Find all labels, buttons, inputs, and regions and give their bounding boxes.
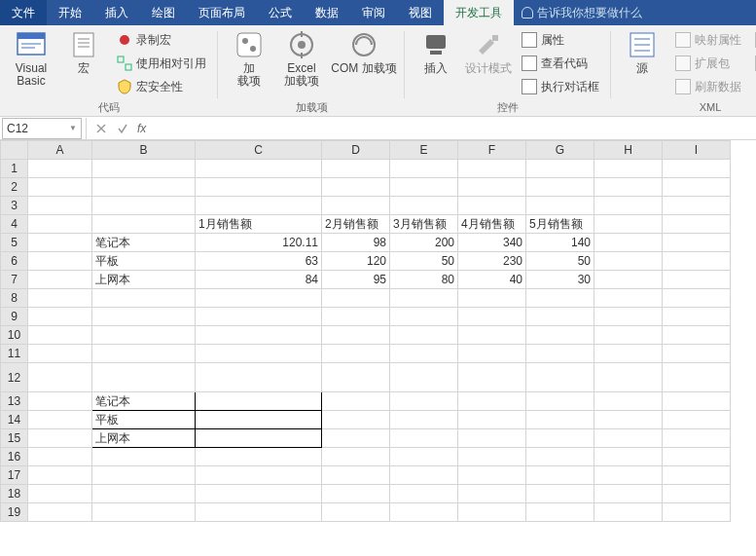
cell-D11[interactable] — [322, 345, 390, 363]
cell-D10[interactable] — [322, 326, 390, 345]
cell-B19[interactable] — [92, 503, 196, 522]
row-header-16[interactable]: 16 — [1, 448, 28, 466]
cell-E10[interactable] — [390, 326, 458, 345]
cancel-formula-button[interactable] — [90, 118, 112, 139]
cell-E6[interactable]: 50 — [390, 252, 458, 271]
cell-H14[interactable] — [594, 411, 663, 429]
row-header-12[interactable]: 12 — [1, 363, 28, 392]
cell-D19[interactable] — [322, 503, 390, 522]
cell-G1[interactable] — [526, 160, 594, 178]
cell-C16[interactable] — [196, 448, 322, 466]
row-header-3[interactable]: 3 — [1, 197, 28, 215]
cell-B8[interactable] — [92, 289, 196, 308]
cell-C7[interactable]: 84 — [196, 271, 322, 289]
cell-I7[interactable] — [663, 271, 731, 289]
cell-I2[interactable] — [663, 178, 731, 197]
tab-开发工具[interactable]: 开发工具 — [444, 0, 514, 25]
macro-security-button[interactable]: 宏安全性 — [113, 76, 210, 97]
cell-C9[interactable] — [196, 308, 322, 326]
cell-D18[interactable] — [322, 485, 390, 503]
tell-me[interactable]: 告诉我你想要做什么 — [514, 0, 650, 25]
cell-B4[interactable] — [92, 215, 196, 234]
cell-G4[interactable]: 5月销售额 — [526, 215, 594, 234]
col-header-A[interactable]: A — [28, 141, 92, 160]
excel-addins-button[interactable]: Excel 加载项 — [278, 29, 325, 88]
cell-D8[interactable] — [322, 289, 390, 308]
cell-B14[interactable]: 平板 — [92, 411, 196, 429]
cell-B5[interactable]: 笔记本 — [92, 234, 196, 252]
cell-C4[interactable]: 1月销售额 — [196, 215, 322, 234]
run-dialog-button[interactable]: 执行对话框 — [518, 76, 603, 97]
row-header-4[interactable]: 4 — [1, 215, 28, 234]
cell-C11[interactable] — [196, 345, 322, 363]
cell-C8[interactable] — [196, 289, 322, 308]
cell-G10[interactable] — [526, 326, 594, 345]
tab-file[interactable]: 文件 — [0, 0, 47, 25]
cell-H2[interactable] — [594, 178, 663, 197]
cell-F3[interactable] — [458, 197, 526, 215]
cell-A9[interactable] — [28, 308, 92, 326]
cell-B17[interactable] — [92, 466, 196, 485]
col-header-F[interactable]: F — [458, 141, 526, 160]
cell-C17[interactable] — [196, 466, 322, 485]
cell-I6[interactable] — [663, 252, 731, 271]
cell-A3[interactable] — [28, 197, 92, 215]
cell-B10[interactable] — [92, 326, 196, 345]
cell-E14[interactable] — [390, 411, 458, 429]
cell-C2[interactable] — [196, 178, 322, 197]
macros-button[interactable]: 宏 — [60, 29, 107, 75]
cell-C5[interactable]: 120.11 — [196, 234, 322, 252]
cell-E5[interactable]: 200 — [390, 234, 458, 252]
cell-G18[interactable] — [526, 485, 594, 503]
cell-I3[interactable] — [663, 197, 731, 215]
insert-control-button[interactable]: 插入 — [413, 29, 459, 75]
col-header-I[interactable]: I — [663, 141, 731, 160]
col-header-H[interactable]: H — [594, 141, 663, 160]
cell-D5[interactable]: 98 — [322, 234, 390, 252]
cell-G8[interactable] — [526, 289, 594, 308]
cell-A8[interactable] — [28, 289, 92, 308]
cell-H17[interactable] — [594, 466, 663, 485]
cell-C6[interactable]: 63 — [196, 252, 322, 271]
cell-E15[interactable] — [390, 429, 458, 448]
cell-A6[interactable] — [28, 252, 92, 271]
cell-D2[interactable] — [322, 178, 390, 197]
cell-B18[interactable] — [92, 485, 196, 503]
cell-H8[interactable] — [594, 289, 663, 308]
cell-F8[interactable] — [458, 289, 526, 308]
cell-G2[interactable] — [526, 178, 594, 197]
col-header-G[interactable]: G — [526, 141, 594, 160]
cell-E1[interactable] — [390, 160, 458, 178]
cell-F2[interactable] — [458, 178, 526, 197]
tab-公式[interactable]: 公式 — [257, 0, 304, 25]
row-header-14[interactable]: 14 — [1, 411, 28, 429]
cell-F4[interactable]: 4月销售额 — [458, 215, 526, 234]
cell-G16[interactable] — [526, 448, 594, 466]
addins-button[interactable]: 加 载项 — [226, 29, 272, 88]
cell-C10[interactable] — [196, 326, 322, 345]
relative-ref-button[interactable]: 使用相对引用 — [113, 53, 210, 74]
cell-I8[interactable] — [663, 289, 731, 308]
row-header-11[interactable]: 11 — [1, 345, 28, 363]
cell-B15[interactable]: 上网本 — [92, 429, 196, 448]
cell-G13[interactable] — [526, 392, 594, 411]
worksheet[interactable]: ABCDEFGHI12341月销售额2月销售额3月销售额4月销售额5月销售额5笔… — [0, 140, 756, 556]
cell-G3[interactable] — [526, 197, 594, 215]
cell-B2[interactable] — [92, 178, 196, 197]
cell-B6[interactable]: 平板 — [92, 252, 196, 271]
cell-F18[interactable] — [458, 485, 526, 503]
xml-export-button[interactable]: 导出 — [751, 53, 756, 74]
cell-E17[interactable] — [390, 466, 458, 485]
cell-A16[interactable] — [28, 448, 92, 466]
cell-G14[interactable] — [526, 411, 594, 429]
cell-D17[interactable] — [322, 466, 390, 485]
cell-G17[interactable] — [526, 466, 594, 485]
cell-A2[interactable] — [28, 178, 92, 197]
cell-D13[interactable] — [322, 392, 390, 411]
cell-C1[interactable] — [196, 160, 322, 178]
cell-F15[interactable] — [458, 429, 526, 448]
tab-开始[interactable]: 开始 — [47, 0, 93, 25]
row-header-13[interactable]: 13 — [1, 392, 28, 411]
cell-I13[interactable] — [663, 392, 731, 411]
cell-F16[interactable] — [458, 448, 526, 466]
